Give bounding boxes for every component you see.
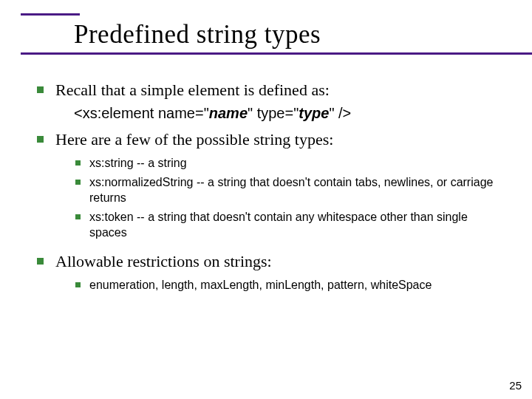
slide-title: Predefined string types (0, 16, 532, 52)
code-ital-2: type (299, 105, 329, 121)
bullet-2: Here are a few of the possible string ty… (37, 129, 505, 150)
code-seg-1: <xs:element name=" (74, 105, 209, 121)
bullet-3-text: Allowable restrictions on strings: (55, 251, 272, 272)
bullet-1: Recall that a simple element is defined … (37, 80, 505, 100)
title-rule-bottom (21, 52, 532, 55)
square-bullet-icon (37, 258, 44, 265)
slide-body: Recall that a simple element is defined … (37, 80, 505, 304)
square-bullet-icon (75, 160, 81, 166)
type-name: xs:string (89, 157, 134, 169)
type-desc: -- a string that doesn't contain any whi… (89, 211, 468, 239)
list-item: xs:string -- a string (75, 155, 505, 171)
square-bullet-icon (75, 282, 81, 287)
square-bullet-icon (37, 136, 44, 143)
bullet-2-text: Here are a few of the possible string ty… (55, 129, 333, 150)
code-ital-1: name (209, 105, 248, 121)
list-item: enumeration, length, maxLength, minLengt… (75, 277, 505, 293)
bullet-2-sublist: xs:string -- a string xs:normalizedStrin… (75, 155, 505, 241)
page-number: 25 (509, 379, 522, 392)
code-seg-3: " /> (329, 105, 351, 121)
code-example: <xs:element name="name" type="type" /> (74, 105, 505, 122)
sub-text: enumeration, length, maxLength, minLengt… (89, 277, 432, 293)
list-item: xs:normalizedString -- a string that doe… (75, 174, 505, 206)
restriction-list: enumeration, length, maxLength, minLengt… (89, 279, 432, 291)
bullet-3-sublist: enumeration, length, maxLength, minLengt… (75, 277, 505, 293)
list-item: xs:token -- a string that doesn't contai… (75, 209, 505, 241)
bullet-3: Allowable restrictions on strings: (37, 251, 505, 272)
type-desc: -- a string (134, 157, 187, 169)
square-bullet-icon (75, 214, 81, 219)
type-name: xs:normalizedString (89, 176, 194, 188)
sub-text: xs:string -- a string (89, 155, 187, 171)
slide: Predefined string types Recall that a si… (0, 0, 532, 399)
type-name: xs:token (89, 211, 134, 223)
bullet-1-text: Recall that a simple element is defined … (55, 80, 330, 100)
square-bullet-icon (37, 86, 44, 93)
code-seg-2: " type=" (248, 105, 299, 121)
title-block: Predefined string types (0, 13, 532, 55)
sub-text: xs:normalizedString -- a string that doe… (89, 174, 505, 206)
sub-text: xs:token -- a string that doesn't contai… (89, 209, 505, 241)
square-bullet-icon (75, 180, 81, 185)
